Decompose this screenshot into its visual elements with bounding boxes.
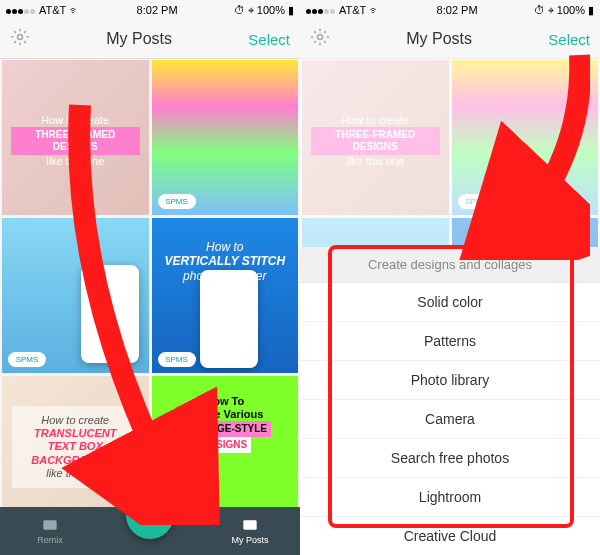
sheet-item-lightroom[interactable]: Lightroom xyxy=(300,478,600,517)
carrier: AT&T xyxy=(39,4,66,16)
battery-pct: 100% xyxy=(557,4,585,16)
svg-point-0 xyxy=(18,35,23,40)
screenshot-right: AT&T ᯤ 8:02 PM ⏱ ⌖ 100% ▮ My Posts Selec… xyxy=(300,0,600,555)
wifi-icon: ᯤ xyxy=(69,4,80,16)
alarm-icon: ⏱ xyxy=(234,4,245,16)
page-title: My Posts xyxy=(406,30,472,48)
tile-text: like this one xyxy=(311,155,440,168)
alarm-icon: ⏱ xyxy=(534,4,545,16)
tile-text: BACKGROUNDS xyxy=(20,454,131,467)
signal-dots xyxy=(306,4,336,16)
sheet-item-camera[interactable]: Camera xyxy=(300,400,600,439)
svg-point-3 xyxy=(246,523,249,526)
spms-badge: SPMS xyxy=(158,352,196,367)
tile-text: How To xyxy=(161,395,290,408)
sheet-item-search-free-photos[interactable]: Search free photos xyxy=(300,439,600,478)
tile-text: TRANSLUCENT xyxy=(20,427,131,440)
tile-text: COLLAGE-STYLE xyxy=(179,421,271,437)
tile-text: How to create xyxy=(20,414,131,427)
sheet-item-patterns[interactable]: Patterns xyxy=(300,322,600,361)
tab-label: My Posts xyxy=(231,535,268,545)
signal-dots xyxy=(6,4,36,16)
tile-text: DESIGNS xyxy=(198,437,251,453)
tab-myposts[interactable]: My Posts xyxy=(200,517,300,545)
battery-icon: ▮ xyxy=(288,4,294,17)
nav-bar: My Posts Select xyxy=(300,20,600,59)
spms-badge: SPMS xyxy=(458,194,496,209)
wifi-icon: ᯤ xyxy=(369,4,380,16)
sheet-item-creative-cloud[interactable]: Creative Cloud xyxy=(300,517,600,555)
spms-badge: SPMS xyxy=(8,352,46,367)
plus-icon: + xyxy=(142,499,158,531)
status-bar: AT&T ᯤ 8:02 PM ⏱ ⌖ 100% ▮ xyxy=(300,0,600,20)
select-button[interactable]: Select xyxy=(248,31,290,48)
svg-point-4 xyxy=(318,35,323,40)
clock: 8:02 PM xyxy=(137,4,178,16)
tile-text: How to create xyxy=(311,114,440,127)
bt-icon: ⌖ xyxy=(548,4,554,17)
gear-icon[interactable] xyxy=(310,27,330,51)
battery-icon: ▮ xyxy=(588,4,594,17)
post-tile: SPMS xyxy=(452,60,599,215)
post-tile: How to createTHREE-FRAMED DESIGNSlike th… xyxy=(302,60,449,215)
tab-remix[interactable]: Remix xyxy=(0,517,100,545)
tile-text: How to create xyxy=(11,114,140,127)
clock: 8:02 PM xyxy=(437,4,478,16)
post-tile[interactable]: SPMS xyxy=(2,218,149,373)
status-bar: AT&T ᯤ 8:02 PM ⏱ ⌖ 100% ▮ xyxy=(0,0,300,20)
post-tile[interactable]: SPMS xyxy=(152,60,299,215)
sheet-item-solid-color[interactable]: Solid color xyxy=(300,283,600,322)
svg-rect-1 xyxy=(43,520,56,529)
gear-icon[interactable] xyxy=(10,27,30,51)
phone-graphic xyxy=(81,265,139,363)
tile-text: How to xyxy=(161,240,290,254)
bt-icon: ⌖ xyxy=(248,4,254,17)
tab-label: Remix xyxy=(37,535,63,545)
add-button[interactable]: + xyxy=(126,491,174,539)
tile-text: VERTICALLY STITCH xyxy=(161,254,290,268)
posts-grid[interactable]: How to createTHREE-FRAMED DESIGNSlike th… xyxy=(0,58,300,555)
page-title: My Posts xyxy=(106,30,172,48)
carrier: AT&T xyxy=(339,4,366,16)
create-action-sheet: Create designs and collages Solid color … xyxy=(300,247,600,555)
nav-bar: My Posts Select xyxy=(0,20,300,59)
spms-badge: SPMS xyxy=(158,194,196,209)
tile-text: THREE-FRAMED DESIGNS xyxy=(311,127,440,155)
tile-text: like this one xyxy=(11,155,140,168)
battery-pct: 100% xyxy=(257,4,285,16)
post-tile[interactable]: How toVERTICALLY STITCHphotos together S… xyxy=(152,218,299,373)
phone-graphic xyxy=(200,270,258,368)
screenshot-left: AT&T ᯤ 8:02 PM ⏱ ⌖ 100% ▮ My Posts Selec… xyxy=(0,0,300,555)
post-tile[interactable]: How to createTHREE-FRAMED DESIGNSlike th… xyxy=(2,60,149,215)
sheet-item-photo-library[interactable]: Photo library xyxy=(300,361,600,400)
tile-text: TEXT BOX xyxy=(20,440,131,453)
tile-text: THREE-FRAMED DESIGNS xyxy=(11,127,140,155)
sheet-header: Create designs and collages xyxy=(300,247,600,283)
select-button[interactable]: Select xyxy=(548,31,590,48)
tile-text: like this one xyxy=(20,467,131,480)
tile-text: Create Various xyxy=(161,408,290,421)
